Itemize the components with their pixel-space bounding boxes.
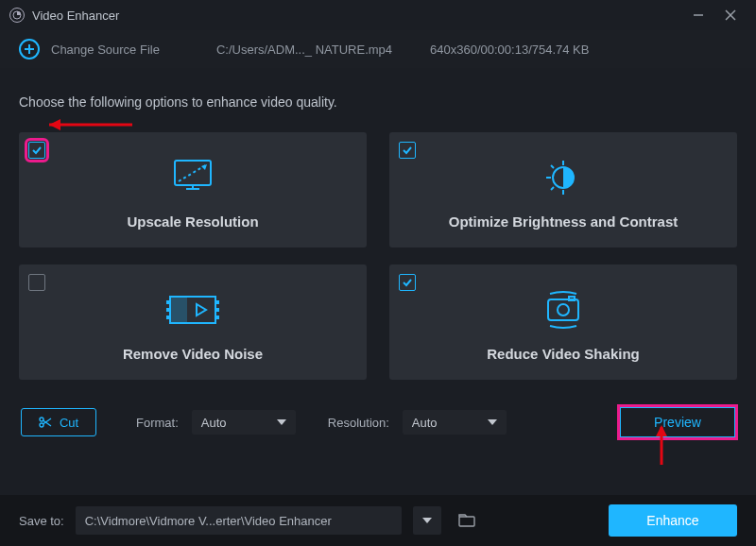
shaking-icon — [537, 283, 590, 336]
svg-rect-23 — [215, 308, 219, 312]
svg-line-16 — [551, 187, 554, 190]
scissors-icon — [39, 416, 52, 429]
svg-rect-19 — [166, 300, 170, 304]
svg-marker-35 — [277, 419, 286, 425]
checkbox-shaking[interactable] — [399, 274, 416, 291]
card-noise-label: Remove Video Noise — [123, 346, 263, 362]
upscale-icon — [169, 151, 216, 204]
source-file-path: C:/Users/ADM..._ NATURE.mp4 — [216, 43, 392, 57]
controls-row: Cut Format: Auto Resolution: Auto Previe… — [19, 406, 737, 438]
card-upscale-resolution[interactable]: Upscale Resolution — [19, 132, 367, 247]
content-area: Choose the following options to enhance … — [0, 68, 756, 438]
checkbox-noise[interactable] — [28, 274, 45, 291]
checkbox-brightness[interactable] — [399, 142, 416, 159]
close-button[interactable] — [714, 0, 747, 30]
resolution-dropdown[interactable]: Auto — [403, 410, 507, 435]
svg-marker-30 — [49, 119, 60, 130]
save-path-field[interactable]: C:\Vidmore\Vidmore V...erter\Video Enhan… — [76, 506, 402, 535]
chevron-down-icon — [277, 419, 286, 425]
annotation-arrow-preview — [652, 418, 671, 465]
svg-marker-25 — [197, 304, 206, 316]
svg-rect-22 — [215, 300, 219, 304]
instruction-text: Choose the following options to enhance … — [19, 94, 737, 110]
minimize-button[interactable] — [682, 0, 714, 30]
resolution-label: Resolution: — [328, 416, 389, 430]
format-label: Format: — [136, 416, 179, 430]
titlebar: Video Enhancer — [0, 0, 756, 30]
svg-marker-39 — [422, 518, 432, 523]
svg-rect-17 — [170, 297, 187, 323]
svg-point-27 — [558, 304, 569, 316]
header-bar: Change Source File C:/Users/ADM..._ NATU… — [0, 30, 756, 68]
svg-rect-40 — [459, 517, 474, 526]
change-source-label: Change Source File — [51, 43, 160, 57]
preview-button[interactable]: Preview — [620, 407, 735, 437]
enhance-button[interactable]: Enhance — [609, 504, 737, 537]
chevron-down-icon — [488, 419, 497, 425]
card-upscale-label: Upscale Resolution — [127, 213, 258, 230]
source-file-meta: 640x360/00:00:13/754.74 KB — [430, 43, 589, 57]
window-title: Video Enhancer — [32, 9, 119, 23]
open-folder-button[interactable] — [453, 506, 481, 535]
card-reduce-shaking[interactable]: Reduce Video Shaking — [389, 264, 737, 380]
svg-marker-38 — [656, 425, 667, 436]
svg-line-15 — [551, 165, 554, 168]
svg-rect-26 — [548, 299, 578, 320]
resolution-value: Auto — [412, 416, 438, 430]
noise-icon — [166, 283, 219, 336]
format-dropdown[interactable]: Auto — [192, 410, 296, 435]
save-path-dropdown[interactable] — [413, 506, 441, 535]
cut-label: Cut — [60, 416, 78, 430]
svg-rect-20 — [166, 308, 170, 312]
enhance-label: Enhance — [646, 513, 698, 528]
save-to-label: Save to: — [19, 514, 64, 528]
card-shaking-label: Reduce Video Shaking — [487, 346, 639, 362]
svg-rect-21 — [166, 316, 170, 319]
svg-marker-36 — [488, 419, 497, 425]
card-remove-noise[interactable]: Remove Video Noise — [19, 264, 367, 380]
app-logo-icon — [9, 8, 25, 23]
option-grid: Upscale Resolution — [19, 132, 737, 380]
footer-bar: Save to: C:\Vidmore\Vidmore V...erter\Vi… — [0, 495, 756, 546]
format-value: Auto — [201, 416, 227, 430]
annotation-arrow-checkbox — [38, 115, 132, 134]
cut-button[interactable]: Cut — [21, 408, 96, 436]
change-source-button[interactable]: Change Source File — [19, 39, 160, 60]
brightness-icon — [540, 151, 587, 204]
save-path-value: C:\Vidmore\Vidmore V...erter\Video Enhan… — [85, 514, 332, 528]
svg-rect-24 — [215, 316, 219, 319]
card-brightness-contrast[interactable]: Optimize Brightness and Contrast — [389, 132, 737, 247]
checkbox-upscale[interactable] — [28, 142, 45, 159]
card-brightness-label: Optimize Brightness and Contrast — [449, 213, 679, 230]
plus-circle-icon — [19, 39, 40, 60]
